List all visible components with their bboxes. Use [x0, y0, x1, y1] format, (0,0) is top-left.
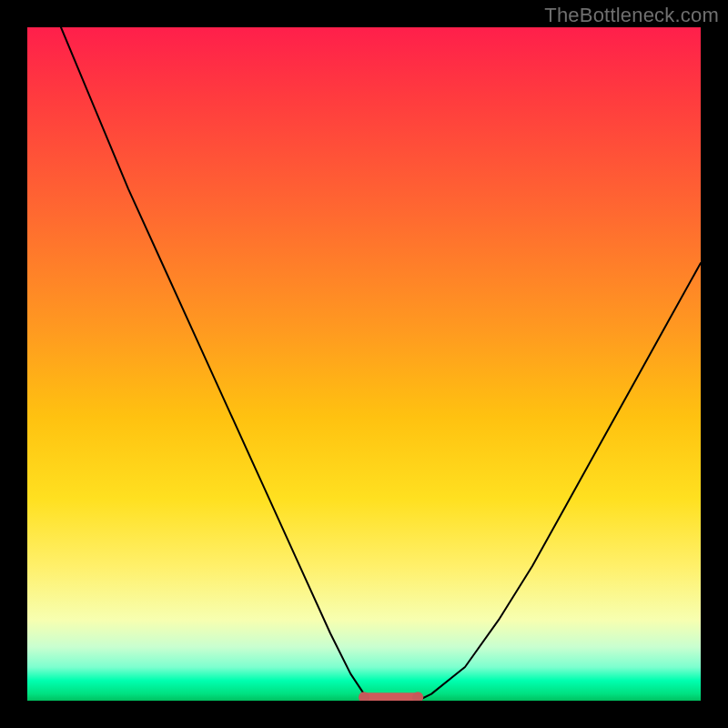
plot-area — [27, 27, 701, 701]
bottleneck-curve — [27, 27, 701, 701]
curve-path — [61, 27, 701, 701]
chart-frame: TheBottleneck.com — [0, 0, 728, 728]
watermark-text: TheBottleneck.com — [544, 4, 719, 27]
